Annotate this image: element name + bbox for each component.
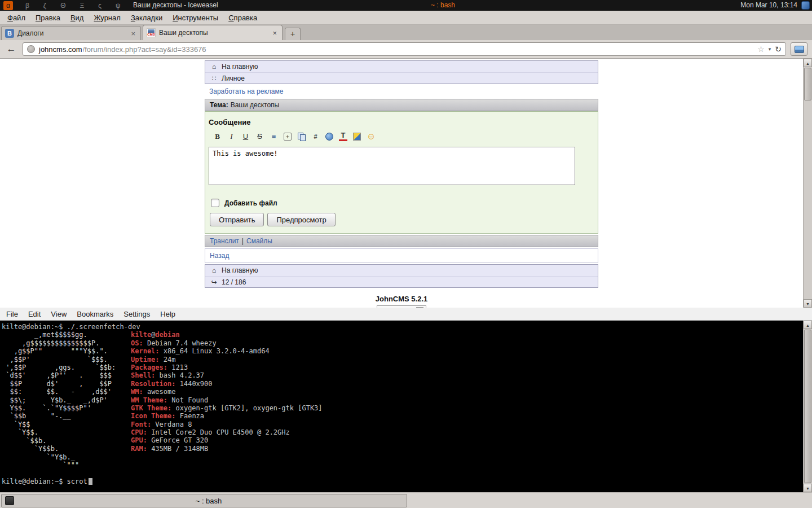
- workspace-tag[interactable]: Θ: [59, 2, 67, 10]
- nav-home-link-bottom[interactable]: ⌂ На главную: [205, 265, 598, 276]
- tab-title: Ваши десктопы: [159, 29, 271, 37]
- sf-info-line: Kernel: x86_64 Linux 3.2.0-4-amd64: [131, 347, 323, 355]
- scroll-down-icon[interactable]: ▼: [804, 484, 812, 492]
- reload-icon[interactable]: ↻: [775, 45, 782, 54]
- preview-button[interactable]: Предпросмотр: [267, 213, 335, 226]
- nav-home-label: На главную: [222, 63, 258, 71]
- browser-navbar: ← johncms.com /forum/index.php?act=say&i…: [0, 40, 812, 59]
- terminal-menubar: FileEditViewBookmarksSettingsHelp: [0, 308, 812, 321]
- bookmark-star-icon[interactable]: ☆: [757, 45, 765, 54]
- topbar-status: ~ : bash: [431, 1, 455, 9]
- tab-close-icon[interactable]: ×: [129, 29, 137, 38]
- menu-item[interactable]: Закладки: [126, 12, 167, 24]
- browser-scrollbar[interactable]: ▲ ▼: [803, 59, 812, 308]
- back-link[interactable]: Назад: [210, 252, 229, 260]
- terminal-blank-line: [2, 469, 812, 477]
- terminal-scrollbar[interactable]: ▲ ▼: [803, 321, 812, 492]
- pager-row[interactable]: ↪ 12 / 186: [205, 276, 598, 287]
- tab-title: Диалоги: [17, 29, 129, 37]
- menu-item[interactable]: File: [1, 309, 23, 319]
- editor-code-icon[interactable]: #: [311, 132, 320, 141]
- submit-button[interactable]: Отправить: [210, 213, 264, 226]
- scrollbar-thumb[interactable]: [804, 330, 811, 483]
- ad-link[interactable]: Заработать на рекламе: [209, 87, 283, 95]
- editor-link-icon[interactable]: [325, 133, 333, 141]
- scrollbar-thumb[interactable]: [804, 68, 811, 100]
- browser-tab[interactable]: CMSВаши десктопы×: [143, 25, 283, 40]
- message-textarea[interactable]: This is awesome!: [209, 147, 575, 185]
- form-title: Сообщение: [209, 118, 594, 126]
- editor-smiley-icon[interactable]: ☺: [367, 132, 376, 141]
- workspace-tag[interactable]: ζ: [42, 2, 48, 10]
- menu-item[interactable]: Bookmarks: [72, 309, 118, 319]
- images-toolbar-button[interactable]: [791, 42, 807, 56]
- browser-window: ФайлПравкаВидЖурналЗакладкиИнструментыСп…: [0, 11, 812, 308]
- editor-insert-icon[interactable]: +: [284, 133, 292, 141]
- terminal-screen[interactable]: kilte@debian:~$ ./.screenfetch-dev _,met…: [0, 321, 812, 492]
- editor-toolbar: BIUS≡+#T☺: [209, 132, 594, 141]
- tab-close-icon[interactable]: ×: [271, 29, 279, 37]
- workspace-tag[interactable]: ψ: [114, 2, 122, 10]
- scroll-up-icon[interactable]: ▲: [804, 321, 812, 329]
- browser-menubar: ФайлПравкаВидЖурналЗакладкиИнструментыСп…: [0, 11, 812, 25]
- smilies-link[interactable]: Смайлы: [246, 237, 272, 245]
- taskbar-task-bash[interactable]: ~ : bash: [1, 494, 407, 507]
- workspace-tag[interactable]: β: [24, 2, 31, 10]
- menu-item[interactable]: Правка: [30, 12, 65, 24]
- awesome-topbar: αβζΘΞςψ Ваши десктопы - Iceweasel ~ : ba…: [0, 0, 812, 11]
- sf-info-line: CPU: Intel Core2 Duo CPU E4500 @ 2.2GHz: [131, 428, 323, 436]
- menu-item[interactable]: Settings: [118, 309, 155, 319]
- editor-bold-icon[interactable]: B: [213, 132, 222, 141]
- forum-bottom-menu: ⌂ На главную ↪ 12 / 186: [205, 264, 598, 288]
- editor-strikethrough-icon[interactable]: S: [255, 132, 264, 141]
- scroll-up-icon[interactable]: ▲: [804, 59, 812, 67]
- message-form: Сообщение BIUS≡+#T☺ This is awesome! Доб…: [205, 111, 598, 234]
- editor-list-icon[interactable]: ≡: [270, 132, 278, 141]
- editor-text-color-icon[interactable]: T: [339, 132, 347, 141]
- menu-item[interactable]: View: [46, 309, 72, 319]
- terminal-prompt2-text: kilte@debian:~$ scrot: [2, 478, 87, 485]
- forum-page: ⌂ На главную ∷ Личное Заработать на рекл…: [205, 60, 598, 308]
- url-dropdown-icon[interactable]: ▾: [769, 46, 771, 52]
- attach-file-checkbox[interactable]: [211, 199, 219, 207]
- sf-info-line: Resolution: 812x508: [131, 380, 323, 388]
- workspace-tag[interactable]: Ξ: [78, 2, 86, 10]
- editor-copy-icon[interactable]: [297, 132, 306, 141]
- nav-personal-link[interactable]: ∷ Личное: [205, 72, 598, 84]
- menu-item[interactable]: Edit: [23, 309, 46, 319]
- editor-underline-icon[interactable]: U: [241, 132, 250, 141]
- workspace-tag[interactable]: α: [3, 1, 13, 10]
- menu-item[interactable]: Журнал: [89, 12, 125, 24]
- menu-item[interactable]: Инструменты: [167, 12, 223, 24]
- workspace-tags: αβζΘΞςψ: [3, 0, 122, 11]
- scroll-down-icon[interactable]: ▼: [804, 299, 812, 308]
- terminal-window: FileEditViewBookmarksSettingsHelp kilte@…: [0, 308, 812, 492]
- back-button[interactable]: ←: [5, 43, 18, 55]
- browser-tab[interactable]: BДиалоги×: [1, 26, 141, 40]
- nav-home-link[interactable]: ⌂ На главную: [205, 61, 598, 72]
- topic-title: Ваши десктопы: [231, 101, 280, 109]
- clock: Mon Mar 10, 13:14: [740, 1, 797, 9]
- menu-item[interactable]: Вид: [65, 12, 89, 24]
- editor-highlight-icon[interactable]: [353, 133, 361, 141]
- url-bar[interactable]: johncms.com /forum/index.php?act=say&id=…: [23, 42, 786, 56]
- tray-icon[interactable]: [801, 1, 810, 10]
- topic-header: Тема: Ваши десктопы: [205, 99, 598, 111]
- menu-item[interactable]: Файл: [2, 12, 30, 24]
- topbar-window-title: Ваши десктопы - Iceweasel: [133, 1, 218, 9]
- workspace-tag[interactable]: ς: [96, 2, 103, 10]
- forum-top-menu: ⌂ На главную ∷ Личное: [205, 60, 598, 84]
- menu-item[interactable]: Справка: [223, 12, 262, 24]
- back-row: Назад: [205, 248, 598, 263]
- nav-home-label: На главную: [222, 266, 258, 274]
- translit-link[interactable]: Транслит: [210, 237, 239, 245]
- sf-info-line: GTK Theme: oxygen-gtk [GTK2], oxygen-gtk…: [131, 404, 323, 412]
- separator: |: [242, 237, 244, 245]
- image-icon: [795, 46, 804, 53]
- sf-info-line: Packages: 1213: [131, 364, 323, 371]
- menu-item[interactable]: Help: [155, 309, 180, 319]
- new-tab-button[interactable]: +: [285, 28, 301, 40]
- debian-ascii-logo: _,met$$$$$gg. ,g$$$$$$$$$$$$$$$P. ,g$$P"…: [2, 331, 131, 469]
- sf-info-line: GPU: GeForce GT 320: [131, 436, 323, 444]
- editor-italic-icon[interactable]: I: [227, 132, 236, 141]
